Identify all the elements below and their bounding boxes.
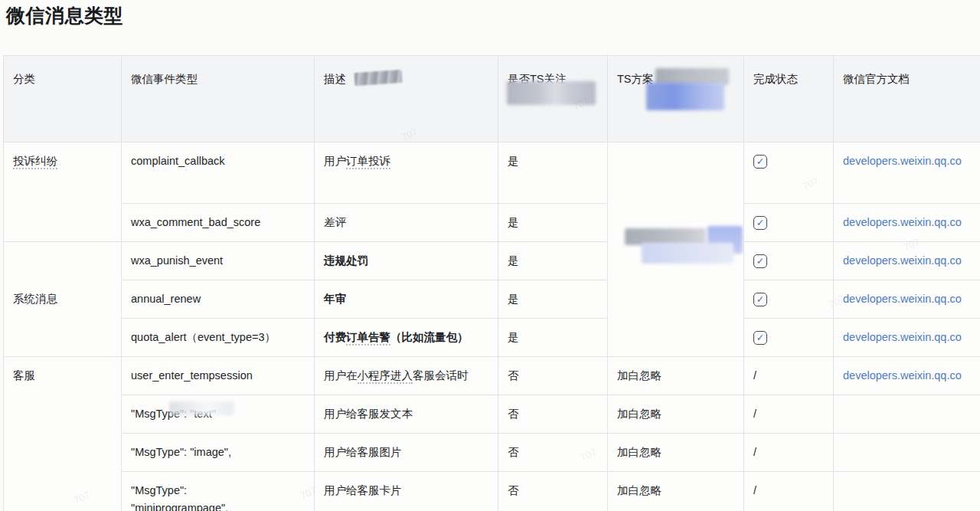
cell-doc-link: developers.weixin.qq.co	[834, 142, 980, 204]
cell-ts-follow: 否	[498, 395, 608, 434]
table-row: 投诉纠纷 complaint_callback 用户订单投诉 是 ✓ devel…	[4, 142, 980, 204]
doc-link[interactable]: developers.weixin.qq.co	[843, 369, 962, 382]
table-row: 系统消息 wxa_punish_event 违规处罚 是 ✓ developer…	[4, 242, 980, 280]
doc-link[interactable]: developers.weixin.qq.co	[843, 216, 962, 228]
column-header-event-type: 微信事件类型	[122, 56, 315, 142]
cell-done: ✓	[744, 319, 834, 357]
cell-event: "MsgType":"miniprogrampage",	[122, 472, 315, 511]
cell-event: "MsgType": "image",	[122, 434, 315, 472]
cell-ts-follow: 是	[498, 319, 608, 357]
cell-event: complaint_callback	[122, 142, 315, 204]
category-cell-system: 系统消息	[4, 242, 122, 357]
cell-doc-link	[834, 472, 980, 511]
cell-ts-plan-merged	[608, 142, 744, 357]
redaction-scribble	[354, 70, 402, 86]
cell-ts-follow: 是	[498, 142, 608, 204]
checkbox-checked[interactable]: ✓	[753, 331, 767, 345]
cell-doc-link	[834, 395, 980, 434]
table-row: 客服 user_enter_tempsession 用户在小程序进入客服会话时 …	[4, 357, 980, 395]
cell-ts-plan: 加白忽略	[608, 472, 744, 511]
table-row: "MsgType": "image", 用户给客服图片 否 加白忽略 /	[4, 434, 980, 472]
redaction-blur	[169, 401, 234, 415]
cell-doc-link: developers.weixin.qq.co	[834, 280, 980, 319]
cell-done: ✓	[744, 280, 834, 319]
column-header-category: 分类	[4, 56, 122, 142]
doc-link[interactable]: developers.weixin.qq.co	[843, 293, 962, 305]
checkbox-checked[interactable]: ✓	[753, 155, 767, 169]
cell-doc-link: developers.weixin.qq.co	[834, 242, 980, 280]
cell-event: wxa_punish_event	[122, 242, 315, 280]
cell-ts-follow: 否	[498, 357, 608, 395]
cell-event: wxa_comment_bad_score	[122, 204, 315, 242]
table-row: wxa_comment_bad_score 差评 是 ✓ developers.…	[4, 204, 980, 242]
cell-ts-follow: 是	[498, 280, 608, 319]
doc-link[interactable]: developers.weixin.qq.co	[843, 254, 962, 267]
table-row: annual_renew 年审 是 ✓ developers.weixin.qq…	[4, 280, 980, 319]
check-icon: ✓	[756, 157, 764, 167]
redaction-blur	[507, 81, 596, 105]
cell-desc: 年审	[315, 280, 498, 319]
cell-desc: 用户给客服发文本	[315, 395, 498, 434]
cell-desc: 用户订单投诉	[315, 142, 498, 204]
checkbox-checked[interactable]: ✓	[753, 254, 767, 268]
cell-done: ✓	[744, 142, 834, 204]
document-page: 微信消息类型 分类 微信事件类型 描述 是否TS关注 TS方案 完成状态 微信官…	[0, 0, 980, 511]
cell-event: annual_renew	[122, 280, 315, 319]
cell-ts-plan: 加白忽略	[608, 434, 744, 472]
cell-desc: 违规处罚	[315, 242, 498, 280]
cell-desc: 用户给客服图片	[315, 434, 498, 472]
cell-desc: 用户在小程序进入客服会话时	[315, 357, 498, 395]
cell-event: user_enter_tempsession	[122, 357, 315, 395]
cell-doc-link: developers.weixin.qq.co	[834, 357, 980, 395]
page-title: 微信消息类型	[6, 3, 123, 28]
cell-ts-follow: 否	[498, 472, 608, 511]
cell-desc: 差评	[315, 204, 498, 242]
table-header-row: 分类 微信事件类型 描述 是否TS关注 TS方案 完成状态 微信官方文档	[4, 56, 980, 142]
message-types-table: 分类 微信事件类型 描述 是否TS关注 TS方案 完成状态 微信官方文档 投诉纠…	[3, 55, 980, 511]
check-icon: ✓	[756, 257, 764, 267]
cell-doc-link: developers.weixin.qq.co	[834, 319, 980, 357]
cell-event: "MsgType": "text"	[122, 395, 315, 434]
checkbox-checked[interactable]: ✓	[753, 216, 767, 230]
doc-link[interactable]: developers.weixin.qq.co	[843, 331, 962, 343]
check-icon: ✓	[756, 218, 764, 228]
cell-ts-follow: 否	[498, 434, 608, 472]
cell-done: ✓	[744, 204, 834, 242]
cell-desc: 付费订单告警（比如流量包）	[315, 319, 498, 357]
checkbox-checked[interactable]: ✓	[753, 293, 767, 306]
check-icon: ✓	[756, 295, 764, 305]
doc-link[interactable]: developers.weixin.qq.co	[843, 155, 962, 167]
table-row: quota_alert（event_type=3） 付费订单告警（比如流量包） …	[4, 319, 980, 357]
cell-done: /	[744, 434, 834, 472]
redaction-blur	[642, 243, 733, 264]
cell-ts-follow: 是	[498, 204, 608, 242]
cell-ts-plan: 加白忽略	[608, 357, 744, 395]
column-header-ts-plan: TS方案	[608, 56, 744, 142]
cell-doc-link: developers.weixin.qq.co	[834, 204, 980, 242]
column-header-description: 描述	[315, 56, 498, 142]
cell-ts-follow: 是	[498, 242, 608, 280]
column-header-official-doc: 微信官方文档	[834, 56, 980, 142]
cell-event: quota_alert（event_type=3）	[122, 319, 315, 357]
category-cell-complaint: 投诉纠纷	[4, 142, 122, 242]
redaction-blur	[646, 83, 724, 110]
cell-done: ✓	[744, 242, 834, 280]
cell-done: /	[744, 357, 834, 395]
cell-desc: 用户给客服卡片	[315, 472, 498, 511]
category-cell-customer-service: 客服	[4, 357, 122, 511]
check-icon: ✓	[756, 333, 764, 343]
table-row: "MsgType": "text" 用户给客服发文本 否 加白忽略 /	[4, 395, 980, 434]
cell-done: /	[744, 472, 834, 511]
cell-done: /	[744, 395, 834, 434]
cell-doc-link	[834, 434, 980, 472]
cell-ts-plan: 加白忽略	[608, 395, 744, 434]
table-row: "MsgType":"miniprogrampage", 用户给客服卡片 否 加…	[4, 472, 980, 511]
column-header-ts-follow: 是否TS关注	[498, 56, 608, 142]
column-header-done-status: 完成状态	[744, 56, 834, 142]
